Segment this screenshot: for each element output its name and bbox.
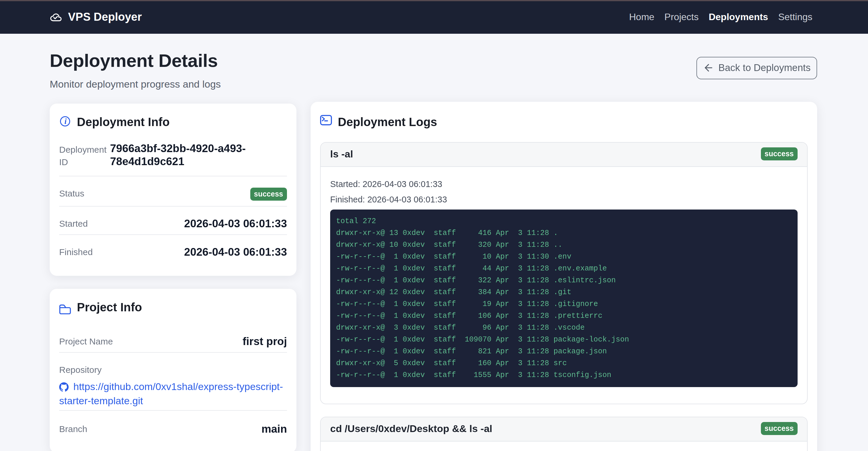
svg-text:i: i bbox=[64, 116, 67, 125]
